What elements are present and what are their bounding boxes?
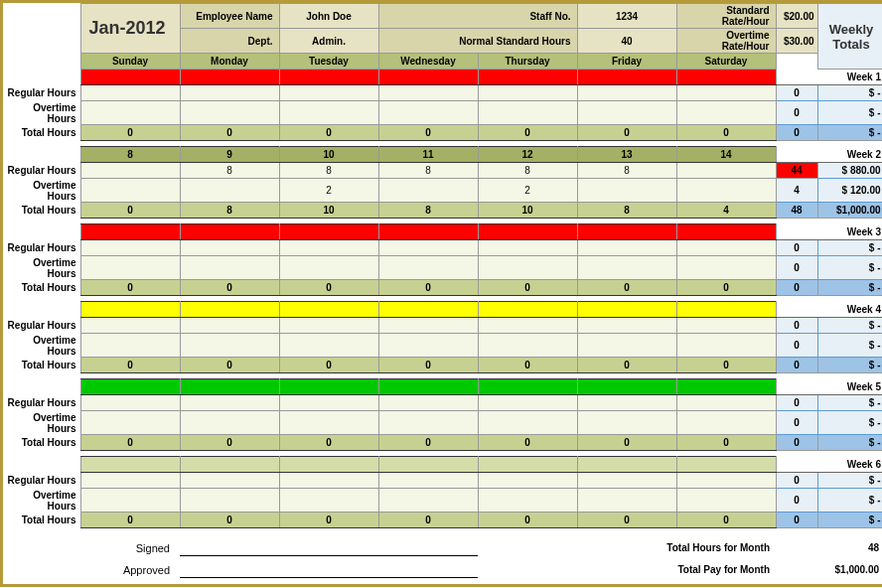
week-6-reg-1[interactable] [180,473,279,489]
week-4-reg-4[interactable] [478,318,577,334]
week-3-ot-6[interactable] [676,256,776,280]
week-3-ot-1[interactable] [180,256,279,280]
week-5-reg-0[interactable] [80,395,180,411]
week-6-ot-1[interactable] [180,489,279,513]
ot-rate-value[interactable]: $30.00 [776,29,817,54]
week-6-reg-2[interactable] [279,473,378,489]
week-4-reg-3[interactable] [378,318,478,334]
week-2-reg-2[interactable]: 8 [279,163,378,179]
week-6-ot-5[interactable] [577,489,676,513]
dept-value[interactable]: Admin. [279,29,378,54]
staff-no-value[interactable]: 1234 [577,4,676,29]
week-6-reg-4[interactable] [478,473,577,489]
week-2-ot-4[interactable]: 2 [478,179,577,203]
week-1-date-3 [378,70,478,85]
week-1-ot-0[interactable] [80,101,180,125]
week-1-reg-2[interactable] [279,85,378,101]
week-1-reg-1[interactable] [180,85,279,101]
week-2-reg-5[interactable]: 8 [577,163,676,179]
week-1-reg-6[interactable] [676,85,776,101]
week-6-ot-6[interactable] [676,489,776,513]
week-4-reg-6[interactable] [676,318,776,334]
week-5-ot-0[interactable] [80,411,180,435]
week-4-ot-2[interactable] [279,334,378,358]
regular-hours-label: Regular Hours [3,163,80,179]
week-4-reg-0[interactable] [80,318,180,334]
week-4-ot-1[interactable] [180,334,279,358]
week-2-ot-2[interactable]: 2 [279,179,378,203]
week-4-reg-5[interactable] [577,318,676,334]
week-1-reg-3[interactable] [378,85,478,101]
week-1-reg-0[interactable] [80,85,180,101]
week-6-reg-pay: $ - [817,473,882,489]
week-5-ot-4[interactable] [478,411,577,435]
week-6-reg-6[interactable] [676,473,776,489]
week-2-reg-4[interactable]: 8 [478,163,577,179]
week-5-ot-2[interactable] [279,411,378,435]
week-5-ot-6[interactable] [676,411,776,435]
week-2-reg-3[interactable]: 8 [378,163,478,179]
week-1-reg-4[interactable] [478,85,577,101]
week-5-reg-3[interactable] [378,395,478,411]
week-3-reg-1[interactable] [180,240,279,256]
week-2-ot-0[interactable] [80,179,180,203]
week-2-ot-5[interactable] [577,179,676,203]
week-1-ot-3[interactable] [378,101,478,125]
week-5-reg-1[interactable] [180,395,279,411]
week-4-reg-2[interactable] [279,318,378,334]
week-6-ot-3[interactable] [378,489,478,513]
week-3-ot-pay: $ - [817,256,882,280]
week-1-ot-6[interactable] [676,101,776,125]
day-fri: Friday [577,54,676,70]
week-6-reg-5[interactable] [577,473,676,489]
week-5-ot-5[interactable] [577,411,676,435]
week-6-reg-0[interactable] [80,473,180,489]
week-5-reg-2[interactable] [279,395,378,411]
week-3-ot-0[interactable] [80,256,180,280]
week-3-reg-6[interactable] [676,240,776,256]
week-2-ot-3[interactable] [378,179,478,203]
week-1-reg-5[interactable] [577,85,676,101]
week-4-ot-5[interactable] [577,334,676,358]
week-5-reg-6[interactable] [676,395,776,411]
week-1-ot-1[interactable] [180,101,279,125]
week-3-reg-0[interactable] [80,240,180,256]
week-5-date-1 [180,379,279,395]
week-3-reg-3[interactable] [378,240,478,256]
std-rate-value[interactable]: $20.00 [776,4,817,29]
week-6-ot-4[interactable] [478,489,577,513]
week-6-ot-2[interactable] [279,489,378,513]
week-2-ot-1[interactable] [180,179,279,203]
week-6-ot-0[interactable] [80,489,180,513]
week-1-ot-4[interactable] [478,101,577,125]
week-4-ot-3[interactable] [378,334,478,358]
week-5-reg-4[interactable] [478,395,577,411]
week-4-ot-4[interactable] [478,334,577,358]
norm-hrs-value[interactable]: 40 [577,29,676,54]
week-5-date-3 [378,379,478,395]
week-3-ot-3[interactable] [378,256,478,280]
week-3-ot-5[interactable] [577,256,676,280]
week-3-reg-5[interactable] [577,240,676,256]
week-4-reg-1[interactable] [180,318,279,334]
week-5-ot-3[interactable] [378,411,478,435]
week-1-ot-2[interactable] [279,101,378,125]
week-5-reg-5[interactable] [577,395,676,411]
week-5-ot-1[interactable] [180,411,279,435]
week-3-reg-2[interactable] [279,240,378,256]
week-3-ot-4[interactable] [478,256,577,280]
emp-name-value[interactable]: John Doe [279,4,378,29]
week-2-total-row: Total Hours08108108448$1,000.00 [3,203,882,219]
week-3-reg-4[interactable] [478,240,577,256]
week-3-ot-2[interactable] [279,256,378,280]
week-2-ot-6[interactable] [676,179,776,203]
week-2-reg-0[interactable] [80,163,180,179]
signed-line[interactable] [180,540,478,556]
week-1-ot-5[interactable] [577,101,676,125]
week-2-reg-1[interactable]: 8 [180,163,279,179]
approved-line[interactable] [180,562,478,578]
week-2-reg-6[interactable] [676,163,776,179]
week-4-ot-0[interactable] [80,334,180,358]
week-4-ot-6[interactable] [676,334,776,358]
week-6-reg-3[interactable] [378,473,478,489]
